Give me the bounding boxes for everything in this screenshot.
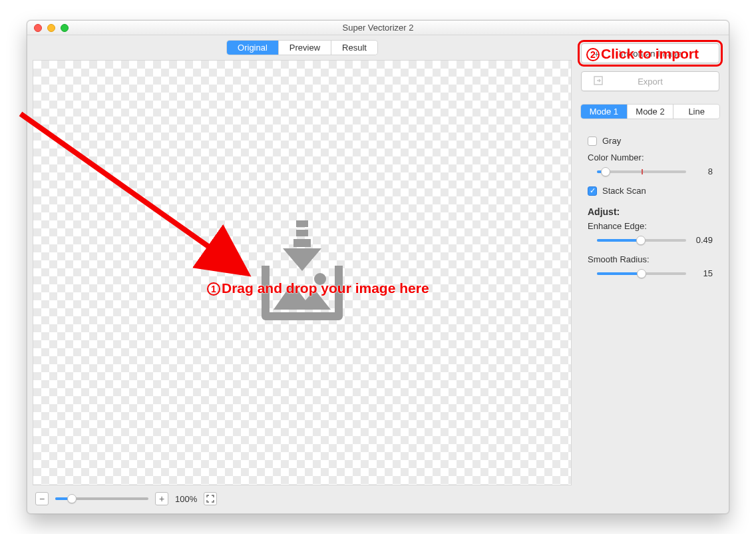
svg-rect-2	[293, 239, 311, 247]
fit-screen-button[interactable]	[204, 492, 217, 505]
image-placeholder-icon	[246, 216, 359, 330]
adjust-heading: Adjust:	[588, 206, 713, 217]
stack-scan-checkbox[interactable]	[588, 186, 597, 196]
export-icon	[594, 76, 603, 87]
titlebar: Super Vectorizer 2	[27, 21, 729, 35]
bottom-toolbar: − + 100%	[33, 485, 572, 508]
color-number-slider[interactable]	[597, 170, 686, 173]
smooth-radius-label: Smooth Radius:	[588, 254, 713, 264]
enhance-edge-label: Enhance Edge:	[588, 221, 713, 231]
gray-checkbox[interactable]	[588, 136, 597, 146]
tab-original[interactable]: Original	[227, 41, 278, 55]
zoom-slider[interactable]	[55, 497, 148, 500]
zoom-level: 100%	[175, 494, 197, 504]
import-label: Import an Image	[619, 49, 682, 59]
tab-result[interactable]: Result	[331, 41, 377, 55]
plus-icon: +	[594, 48, 600, 59]
mode-panel: Gray Color Number: 8 Stack S	[581, 127, 719, 288]
sidebar: + Import an Image Export Mode 1 Mode 2 L…	[577, 41, 723, 508]
svg-point-5	[314, 273, 326, 285]
color-number-value: 8	[693, 166, 713, 176]
export-label: Export	[638, 77, 663, 87]
tab-preview[interactable]: Preview	[278, 41, 331, 55]
export-button[interactable]: Export	[581, 71, 719, 91]
app-window: Super Vectorizer 2 Original Preview Resu…	[27, 20, 729, 514]
view-tabs: Original Preview Result	[227, 41, 377, 55]
enhance-edge-value: 0.49	[693, 235, 713, 245]
main-area: Original Preview Result	[33, 41, 572, 508]
stack-scan-label: Stack Scan	[602, 186, 646, 196]
window-body: Original Preview Result	[27, 35, 729, 513]
tab-mode2[interactable]: Mode 2	[627, 105, 673, 119]
gray-label: Gray	[602, 136, 621, 146]
zoom-in-button[interactable]: +	[155, 492, 168, 505]
enhance-edge-slider[interactable]	[597, 239, 686, 242]
svg-rect-0	[296, 220, 308, 227]
canvas-dropzone[interactable]	[33, 60, 572, 485]
svg-marker-4	[274, 283, 331, 310]
zoom-out-button[interactable]: −	[35, 492, 49, 505]
tab-line[interactable]: Line	[673, 105, 719, 119]
window-title: Super Vectorizer 2	[27, 23, 729, 33]
mode-tabs: Mode 1 Mode 2 Line	[581, 105, 719, 119]
smooth-radius-value: 15	[693, 268, 713, 278]
svg-marker-3	[283, 248, 321, 271]
import-button[interactable]: + Import an Image	[581, 43, 719, 63]
tab-mode1[interactable]: Mode 1	[581, 105, 627, 119]
svg-rect-1	[296, 230, 308, 236]
color-number-label: Color Number:	[588, 152, 713, 162]
smooth-radius-slider[interactable]	[597, 272, 686, 275]
